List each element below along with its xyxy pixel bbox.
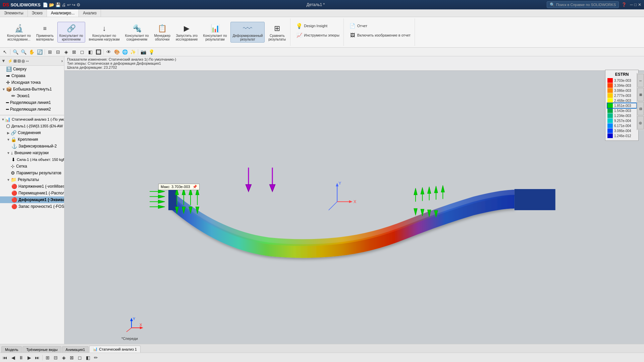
panel-btn-1[interactable]: ↔ xyxy=(637,74,644,87)
materials-button[interactable]: ≡ Применитьматериалы xyxy=(35,22,55,42)
bottom-tool-12[interactable]: ✏ xyxy=(92,354,100,361)
tool-rotate[interactable]: 🔄 xyxy=(36,48,43,56)
tool-view-front[interactable]: ⊞ xyxy=(46,48,54,56)
tree-item-origin[interactable]: ✛ Исходная точка xyxy=(0,79,64,86)
panel-btn-4[interactable]: ◎ xyxy=(637,116,644,129)
bottom-tool-6[interactable]: ⊞ xyxy=(44,354,51,361)
tool-view-iso[interactable]: ◈ xyxy=(62,48,70,56)
bottom-tool-10[interactable]: ◻ xyxy=(76,354,84,361)
design-insight-button[interactable]: 💡 Design Insight xyxy=(294,22,341,30)
tool-view-top[interactable]: ⊠ xyxy=(70,48,78,56)
tool-zoom-in[interactable]: 🔍 xyxy=(12,48,19,56)
bottom-tool-9[interactable]: ⊠ xyxy=(68,354,75,361)
tree-item-sverhu[interactable]: 🔝 Сверху xyxy=(0,66,64,72)
tool-zoom-out[interactable]: 🔍 xyxy=(20,48,27,56)
bottom-tool-11[interactable]: ◧ xyxy=(84,354,92,361)
close-button[interactable]: ✕ xyxy=(638,2,641,7)
bottom-tool-5[interactable]: ⏭ xyxy=(34,354,41,361)
tree-item-analysis[interactable]: ▼ 📊 Статический анализ 1 (-По умолчанию- xyxy=(0,116,64,123)
bottom-tool-2[interactable]: ◀ xyxy=(9,354,17,361)
shell-manager-button[interactable]: 📋 Менеджероболочки xyxy=(153,22,172,42)
tab-animation[interactable]: Анимация1 xyxy=(62,346,89,353)
results-button[interactable]: 📊 Консультант порезультатам xyxy=(202,22,229,42)
tool-scene[interactable]: 🌐 xyxy=(121,48,128,56)
search-bar[interactable]: 🔍 Поиск в Справке по SOLIDWORKS xyxy=(547,1,619,8)
tool-camera[interactable]: 📷 xyxy=(140,48,147,56)
tree-item-deform1[interactable]: 🔴 Деформация1 (-Эквивалент-) xyxy=(0,196,64,203)
legend-color-1 xyxy=(607,83,613,88)
external-loads-button[interactable]: ↓ Консультант повнешним нагрузкам xyxy=(87,22,121,42)
compare-results-button[interactable]: ⊞ Сравнитьрезультаты xyxy=(267,22,287,42)
tab-elements[interactable]: Элементы xyxy=(0,9,28,17)
save-icon[interactable]: 💾 xyxy=(55,2,61,7)
new-icon[interactable]: 📄 xyxy=(43,2,48,7)
include-image-label: Включить изображение в отчет xyxy=(357,33,411,37)
include-image-button[interactable]: 🖼 Включить изображение в отчет xyxy=(348,31,412,39)
tab-analyze[interactable]: Анализиро... xyxy=(47,9,79,17)
tool-view-bottom[interactable]: ◻ xyxy=(78,48,86,56)
tree-item-split1[interactable]: ━ Разделяющая линия1 xyxy=(0,99,64,106)
tab-static-analysis[interactable]: 📊 Статический анализ 1 xyxy=(89,346,141,353)
panel-tool-1[interactable]: ⚡ xyxy=(8,59,13,63)
panel-btn-2[interactable]: ⊞ xyxy=(637,88,644,101)
research-consultant-button[interactable]: 🔬 Консультант поисследовани... xyxy=(5,22,33,42)
tool-lights[interactable]: 💡 xyxy=(148,48,155,56)
panel-tool-3[interactable]: ⊟ xyxy=(17,59,21,63)
bottom-tool-3[interactable]: ⏸ xyxy=(17,354,25,361)
tree-item-split2[interactable]: ━ Разделяющая линия2 xyxy=(0,106,64,113)
tree-item-connections[interactable]: ▶ 🔗 Соединения xyxy=(0,129,64,136)
tab-analysis[interactable]: Анализ xyxy=(79,9,101,17)
tool-display[interactable]: 🔲 xyxy=(95,48,102,56)
tree-item-boss[interactable]: ▼ 📦 Бобышка-Вытянуть1 xyxy=(0,86,64,93)
tool-realview[interactable]: ✨ xyxy=(129,48,137,56)
research-label: Консультант поисследовани... xyxy=(7,34,31,41)
panel-tool-2[interactable]: ⊞ xyxy=(13,59,17,63)
minimize-button[interactable]: ─ xyxy=(630,2,633,7)
tree-item-fixtures[interactable]: ▼ 🔒 Крепления xyxy=(0,136,64,143)
tool-hide-show[interactable]: 👁 xyxy=(105,48,112,56)
tree-item-force1[interactable]: ⬇ Сила-1 (-На объект: 150 kgf;) xyxy=(0,156,64,163)
connections-button[interactable]: 🔩 Консультант посоединениям xyxy=(123,22,151,42)
bottom-tool-4[interactable]: ▶ xyxy=(25,354,33,361)
tool-pan[interactable]: ✋ xyxy=(28,48,35,56)
tab-3d-views[interactable]: Трёхмерные виды xyxy=(22,346,61,353)
open-icon[interactable]: 📂 xyxy=(49,2,54,7)
settings-icon[interactable]: ⚙ xyxy=(76,2,80,7)
tree-item-disp1[interactable]: 🔴 Перемещение1 (-Расположение xyxy=(0,190,64,196)
tree-item-results[interactable]: ▼ 📁 Результаты xyxy=(0,176,64,183)
bottom-tool-7[interactable]: ⊟ xyxy=(52,354,59,361)
tree-item-sprava[interactable]: ➡ Справа xyxy=(0,72,64,79)
tree-item-fos1[interactable]: 🔴 Запас прочности1 (-FOS -) xyxy=(0,203,64,210)
tree-item-fixed2[interactable]: ⚓ Зафиксированный-2 xyxy=(0,143,64,149)
tool-select[interactable]: ↖ xyxy=(1,48,9,56)
tool-section[interactable]: ◧ xyxy=(87,48,94,56)
panel-tool-4[interactable]: ◎ xyxy=(21,59,25,63)
filter-icon[interactable]: ▼ xyxy=(1,58,6,63)
undo-icon[interactable]: ↩ xyxy=(67,2,71,7)
bottom-tool-8[interactable]: ◈ xyxy=(60,354,67,361)
tree-item-stress1[interactable]: 🔴 Напряжение1 (-vonMises-) xyxy=(0,183,64,190)
redo-icon[interactable]: ↪ xyxy=(72,2,75,7)
epure-tools-button[interactable]: 📈 Инструменты эпюры xyxy=(294,31,341,39)
tab-sketch[interactable]: Эскиз xyxy=(28,9,47,17)
tool-view-back[interactable]: ⊟ xyxy=(54,48,62,56)
tree-item-result-params[interactable]: ⚙ Параметры результатов xyxy=(0,170,64,176)
run-study-button[interactable]: ▶ Запустить этоисследование xyxy=(174,22,200,42)
fixtures-button[interactable]: 🔗 Консультант покреплениям xyxy=(57,22,85,43)
tool-appearance[interactable]: 🎨 xyxy=(113,48,120,56)
panel-expand-arrow[interactable]: › xyxy=(61,59,63,63)
help-icon[interactable]: ❓ xyxy=(622,2,627,7)
deformed-result-button[interactable]: 〰 Деформированныйрезультат xyxy=(230,22,265,43)
panel-tool-5[interactable]: ↔ xyxy=(25,59,30,63)
bottom-tool-1[interactable]: ⏮ xyxy=(1,354,9,361)
restore-button[interactable]: □ xyxy=(634,2,637,7)
tab-model[interactable]: Модель xyxy=(1,346,22,353)
tree-item-extloads[interactable]: ▼ ↓ Внешние нагрузки xyxy=(0,149,64,156)
panel-btn-3[interactable]: ⊟ xyxy=(637,102,644,115)
print-icon[interactable]: 🖨 xyxy=(62,2,66,7)
tree-item-sketch1[interactable]: ✏ Эскиз1 xyxy=(0,93,64,99)
callout-pin[interactable]: 📌 xyxy=(193,185,197,189)
tree-item-mesh[interactable]: ⊹ Сетка xyxy=(0,163,64,170)
report-button[interactable]: 📄 Отчет xyxy=(348,22,412,30)
tree-item-detail1[interactable]: ⬡ Деталь1 (-[SW]3.1355 (EN-AW 2024-) xyxy=(0,123,64,129)
